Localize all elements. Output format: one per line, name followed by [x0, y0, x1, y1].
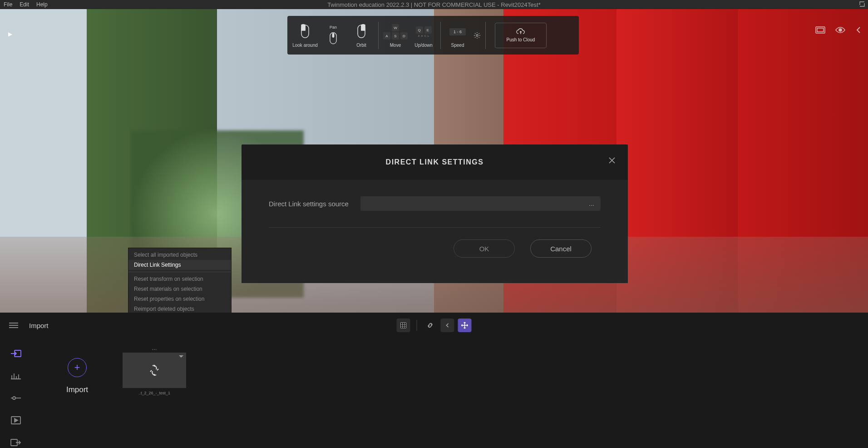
nav-move: W A S D Move: [381, 23, 409, 48]
nav-label: Look around: [292, 43, 318, 48]
source-field-label: Direct Link settings source: [269, 200, 349, 208]
direct-link-settings-dialog: DIRECT LINK SETTINGS Direct Link setting…: [242, 144, 628, 283]
section-label: Import: [29, 322, 49, 329]
dialog-title: DIRECT LINK SETTINGS: [386, 158, 484, 166]
nav-pan: Pan: [319, 25, 347, 46]
ok-button[interactable]: OK: [454, 239, 515, 258]
menu-edit[interactable]: Edit: [20, 1, 29, 8]
key-a: A: [383, 32, 390, 40]
key-q: Q: [416, 26, 423, 34]
back-arrow-icon[interactable]: [855, 26, 863, 35]
separator: [485, 22, 486, 49]
menubar: File Edit Help Twinmotion education 2022…: [0, 0, 868, 9]
source-path-input[interactable]: ...: [360, 196, 601, 211]
nav-look-around: Look around: [291, 23, 319, 48]
window-maximize-icon[interactable]: [859, 1, 865, 9]
viewport-play-icon[interactable]: ▶: [8, 31, 12, 37]
separator: [440, 22, 441, 49]
nav-speed: 1 - 6 Speed: [444, 23, 472, 48]
ctx-reset-transform[interactable]: Reset transform on selection: [128, 274, 231, 284]
nav-orbit: Orbit: [347, 23, 375, 48]
viewport-right-toolbar: [815, 26, 863, 35]
mouse-left-icon: [297, 23, 313, 41]
back-circle-icon[interactable]: [441, 319, 454, 332]
rail-import-icon[interactable]: [10, 348, 22, 358]
svg-point-12: [13, 397, 15, 399]
key-w: W: [392, 24, 399, 31]
hamburger-icon[interactable]: [9, 323, 18, 328]
direct-link-icon: [148, 364, 161, 377]
rail-export-icon[interactable]: [10, 438, 22, 448]
visibility-eye-icon[interactable]: [835, 26, 845, 35]
svg-point-6: [476, 35, 478, 36]
display-mode-icon[interactable]: [815, 26, 825, 35]
nav-label: Up/down: [414, 43, 432, 48]
rail-slider-icon[interactable]: [10, 393, 22, 403]
key-e: E: [424, 26, 432, 34]
push-cloud-label: Push to Cloud: [507, 37, 535, 42]
nav-label: Speed: [451, 43, 464, 48]
nav-label: Orbit: [356, 43, 366, 48]
cloud-upload-icon: [516, 28, 526, 35]
rail-terrain-icon[interactable]: [10, 370, 22, 381]
section-bar: Import: [0, 313, 868, 338]
separator: [378, 22, 379, 49]
context-menu: Select all imported objects Direct Link …: [128, 248, 232, 316]
bottom-panel: + Import ... ..t_2_26_-_test_1: [0, 338, 868, 448]
browse-ellipsis[interactable]: ...: [589, 200, 594, 207]
import-action-tile[interactable]: + Import: [32, 358, 123, 394]
ctx-direct-link-settings[interactable]: Direct Link Settings: [128, 260, 231, 270]
link-icon[interactable]: [424, 319, 437, 332]
menu-file[interactable]: File: [4, 1, 12, 8]
import-action-label: Import: [66, 385, 88, 394]
grid-icon[interactable]: [397, 319, 410, 332]
plus-circle-icon: +: [68, 358, 87, 377]
window-title: Twinmotion education 2022.2.3 | NOT FOR …: [327, 1, 540, 8]
close-icon[interactable]: [608, 156, 616, 166]
menu-help[interactable]: Help: [36, 1, 48, 8]
ctx-reset-materials[interactable]: Reset materials on selection: [128, 284, 231, 294]
nav-updown: Q E Z A C L Up/down: [409, 23, 438, 48]
svg-point-9: [839, 29, 842, 31]
ctx-reset-properties[interactable]: Reset properties on selection: [128, 294, 231, 304]
ctx-select-all-imported[interactable]: Select all imported objects: [128, 250, 231, 260]
nav-label: Move: [390, 43, 401, 48]
cancel-button[interactable]: Cancel: [530, 239, 592, 258]
speed-keys: 1 - 6: [449, 28, 466, 35]
key-s: S: [392, 32, 399, 40]
svg-rect-3: [332, 33, 334, 37]
mouse-middle-icon: [325, 31, 341, 46]
navigation-hints-bar: Look around Pan Orbit W A S D Move: [287, 16, 579, 55]
rail-media-icon[interactable]: [10, 415, 22, 426]
imported-asset-thumbnail[interactable]: [123, 353, 186, 388]
push-to-cloud-button[interactable]: Push to Cloud: [495, 23, 547, 48]
separator: [417, 320, 417, 331]
thumb-breadcrumb[interactable]: ...: [152, 344, 157, 353]
move-tool-icon[interactable]: [458, 319, 472, 332]
thumbnail-label: ..t_2_26_-_test_1: [138, 391, 170, 395]
key-d: D: [400, 32, 408, 40]
nav-settings-icon[interactable]: [472, 32, 483, 39]
svg-rect-8: [817, 28, 824, 32]
separator: [128, 272, 231, 272]
mouse-right-icon: [353, 23, 370, 41]
bottom-rail: [0, 338, 32, 448]
pan-top-label: Pan: [330, 25, 337, 30]
